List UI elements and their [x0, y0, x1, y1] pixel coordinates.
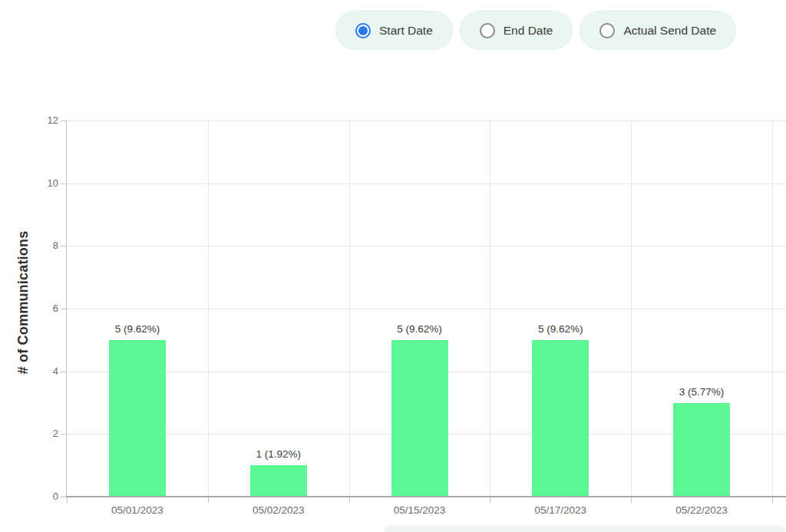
y-tick-label: 6 [32, 303, 58, 314]
x-axis-line [66, 496, 786, 497]
h-gridline [67, 246, 786, 246]
x-tick-label: 05/02/2023 [225, 504, 332, 516]
v-gridline [208, 121, 209, 497]
v-gridline [631, 121, 632, 497]
bar-value-label: 5 (9.62%) [366, 323, 474, 335]
y-axis-title: # of Communications [15, 231, 31, 375]
h-gridline [67, 309, 786, 309]
y-tick-label: 2 [32, 428, 58, 439]
bar-value-label: 1 (1.92%) [225, 448, 332, 460]
communications-chart-page: Start Date End Date Actual Send Date # o… [0, 0, 786, 532]
bar-05/22/2023[interactable] [673, 403, 730, 497]
v-gridline [772, 121, 773, 497]
x-tick-label: 05/17/2023 [507, 504, 614, 516]
communications-bar-chart: # of Communications 0246810125 (9.62%)05… [0, 0, 786, 532]
bar-value-label: 3 (5.77%) [648, 386, 755, 398]
y-tick-label: 10 [32, 178, 58, 189]
bar-05/17/2023[interactable] [532, 340, 589, 496]
y-tick-label: 4 [32, 366, 58, 377]
v-gridline [349, 121, 350, 497]
bar-05/15/2023[interactable] [391, 340, 448, 496]
y-axis-line [66, 121, 67, 497]
x-tick-mark [67, 497, 68, 503]
h-gridline [67, 183, 786, 184]
x-tick-mark [490, 497, 490, 503]
y-tick-label: 12 [32, 115, 58, 126]
v-gridline [490, 121, 490, 497]
x-tick-mark [208, 497, 209, 503]
bottom-panel-edge [384, 525, 786, 532]
y-tick-label: 0 [32, 491, 58, 502]
bar-05/02/2023[interactable] [250, 465, 307, 496]
x-tick-label: 05/01/2023 [84, 504, 191, 516]
y-tick-label: 8 [32, 240, 58, 251]
x-tick-mark [349, 497, 350, 503]
h-gridline [67, 121, 786, 121]
x-tick-mark [772, 497, 773, 503]
x-tick-label: 05/15/2023 [366, 504, 474, 516]
bar-value-label: 5 (9.62%) [84, 323, 191, 335]
bar-value-label: 5 (9.62%) [507, 323, 614, 335]
x-tick-label: 05/22/2023 [648, 504, 755, 516]
bar-05/01/2023[interactable] [109, 340, 166, 496]
x-tick-mark [631, 497, 632, 503]
